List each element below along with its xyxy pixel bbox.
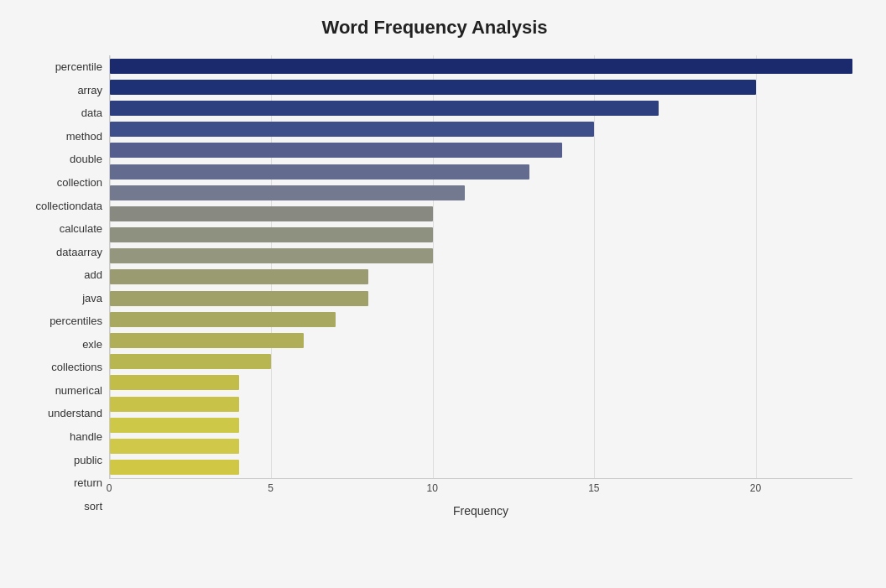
bar-row <box>110 268 852 286</box>
x-tick: 20 <box>750 482 761 494</box>
bar <box>110 375 239 390</box>
bar <box>110 59 852 74</box>
bar-row <box>110 184 852 202</box>
bar <box>110 185 465 200</box>
bar <box>110 460 239 475</box>
y-label: percentiles <box>50 315 102 326</box>
bar <box>110 269 368 284</box>
bar-row <box>110 416 852 434</box>
y-label: handle <box>70 431 102 442</box>
bar-row <box>110 395 852 414</box>
y-label: collection <box>57 177 102 188</box>
y-label: public <box>74 455 102 466</box>
bar <box>110 397 239 412</box>
bar-row <box>110 437 852 455</box>
bar-row <box>110 226 852 244</box>
bar <box>110 418 239 433</box>
y-label: java <box>82 293 102 304</box>
x-tick: 0 <box>107 482 112 494</box>
bar-row <box>110 247 852 265</box>
x-tick: 5 <box>268 482 274 494</box>
bar-row <box>110 458 852 476</box>
y-label: sort <box>84 501 102 512</box>
bar <box>110 206 433 221</box>
bar-row <box>110 99 852 117</box>
y-label: method <box>66 131 102 142</box>
y-label: dataarray <box>56 247 102 258</box>
bar-row <box>110 352 852 371</box>
bars-area <box>109 55 852 479</box>
grid-line <box>271 55 272 478</box>
y-label: collections <box>51 362 102 372</box>
bar <box>110 80 756 95</box>
bar-row <box>110 163 852 181</box>
x-axis: 05101520 Frequency <box>109 482 852 518</box>
chart-area: percentilearraydatamethoddoublecollectio… <box>17 55 852 518</box>
grid-line <box>756 55 757 478</box>
bar-row <box>110 141 852 159</box>
bar-row <box>110 289 852 308</box>
y-label: array <box>77 85 102 96</box>
grid-line <box>594 55 595 478</box>
chart-container: Word Frequency Analysis percentilearrayd… <box>0 0 886 588</box>
y-label: calculate <box>60 223 102 234</box>
y-labels: percentilearraydatamethoddoublecollectio… <box>17 55 109 518</box>
bar-row <box>110 120 852 138</box>
y-label: data <box>81 107 102 118</box>
bar <box>110 122 594 137</box>
y-label: return <box>74 477 102 488</box>
bar <box>110 248 433 263</box>
y-label: add <box>84 269 102 280</box>
x-tick: 15 <box>588 482 599 494</box>
bar <box>110 101 659 116</box>
y-label: collectiondata <box>36 200 103 211</box>
x-tick: 10 <box>427 482 438 494</box>
bar <box>110 227 433 242</box>
y-label: percentile <box>55 61 102 72</box>
y-label: numerical <box>55 385 102 396</box>
bar <box>110 143 562 158</box>
bar-row <box>110 205 852 223</box>
bar-row <box>110 310 852 329</box>
y-label: double <box>70 154 102 164</box>
bar <box>110 439 239 454</box>
bar <box>110 333 304 348</box>
y-label: exle <box>82 339 102 350</box>
grid-line <box>110 55 111 478</box>
x-axis-label: Frequency <box>109 504 852 518</box>
bar-row <box>110 78 852 96</box>
bar <box>110 312 336 327</box>
bars-and-x: 05101520 Frequency <box>109 55 852 518</box>
y-label: understand <box>48 408 102 419</box>
bar <box>110 291 368 306</box>
bar-row <box>110 331 852 350</box>
bar <box>110 164 529 180</box>
chart-title: Word Frequency Analysis <box>17 17 852 39</box>
bar-row <box>110 57 852 75</box>
bar <box>110 354 271 369</box>
bar-row <box>110 373 852 392</box>
grid-line <box>433 55 434 478</box>
